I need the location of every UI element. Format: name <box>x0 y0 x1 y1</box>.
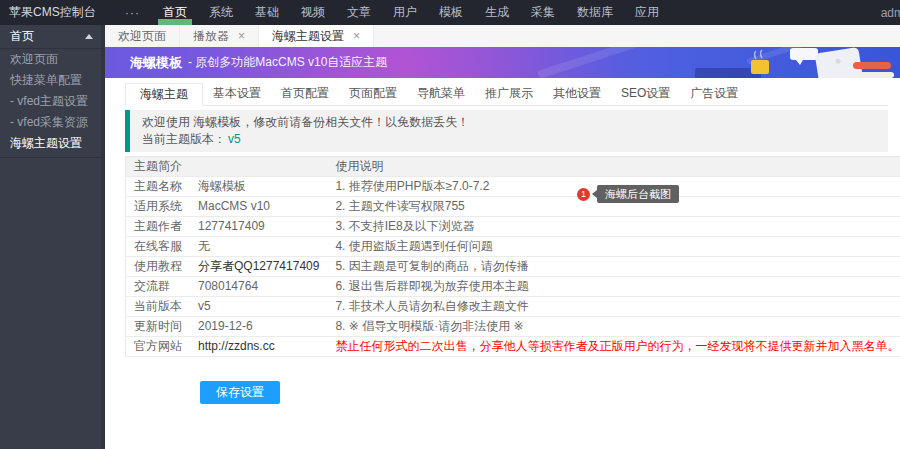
row-label: 交流群 <box>126 277 191 297</box>
backend-screenshot-link[interactable]: 海螺后台截图 <box>597 185 679 203</box>
sidebar-divider <box>0 157 105 158</box>
sidebar-item-welcome-page[interactable]: 欢迎页面 <box>0 49 105 70</box>
tab-basic-settings[interactable]: 基本设置 <box>203 83 271 105</box>
theme-settings-tabs: 海螺主题 基本设置 首页配置 页面配置 导航菜单 推广展示 其他设置 SEO设置… <box>125 83 888 106</box>
table-row: 交流群 708014764 6. 退出售后群即视为放弃使用本主题 <box>126 277 900 297</box>
row-value: 1277417409 <box>190 217 327 237</box>
sidebar-item-vfed-theme-settings[interactable]: - vfed主题设置 <box>0 91 105 112</box>
tab-promo-display[interactable]: 推广展示 <box>475 83 543 105</box>
tab-ad-settings[interactable]: 广告设置 <box>680 83 748 105</box>
row-value: 708014764 <box>190 277 327 297</box>
table-row: 适用系统 MacCMS v10 2. 主题文件读写权限755 <box>126 197 900 217</box>
row-note: 4. 使用盗版主题遇到任何问题 <box>327 237 900 257</box>
open-page-tabs: 欢迎页面 播放器 × 海螺主题设置 × <box>105 25 900 47</box>
close-icon[interactable]: × <box>353 30 360 42</box>
tab-other-settings[interactable]: 其他设置 <box>543 83 611 105</box>
tab-seo-settings[interactable]: SEO设置 <box>611 83 680 105</box>
row-label: 适用系统 <box>126 197 191 217</box>
table-row: 在线客服 无 4. 使用盗版主题遇到任何问题 <box>126 237 900 257</box>
row-label: 主题名称 <box>126 177 191 197</box>
table-row: 使用教程 分享者QQ1277417409 5. 因主题是可复制的商品，请勿传播 <box>126 257 900 277</box>
topnav-item-user[interactable]: 用户 <box>382 0 428 25</box>
sidebar-item-vfed-collect-res[interactable]: - vfed采集资源 <box>0 112 105 133</box>
topnav-item-generate[interactable]: 生成 <box>474 0 520 25</box>
page-tab-conch-theme[interactable]: 海螺主题设置 × <box>259 25 374 47</box>
topnav-item-app[interactable]: 应用 <box>624 0 670 25</box>
workspace-illustration <box>690 47 900 78</box>
row-note: 8. ※ 倡导文明模版·请勿非法使用 ※ <box>327 317 900 337</box>
page-tab-label: 播放器 <box>193 28 229 45</box>
backend-screenshot-tip: 1 海螺后台截图 <box>577 185 679 203</box>
row-label: 在线客服 <box>126 237 191 257</box>
row-value-website[interactable]: http://zzdns.cc <box>190 337 327 357</box>
row-label: 更新时间 <box>126 317 191 337</box>
user-account-label[interactable]: adm <box>881 6 900 20</box>
save-settings-button[interactable]: 保存设置 <box>200 381 280 404</box>
topnav-item-home[interactable]: 首页 <box>152 0 198 25</box>
row-value: 2019-12-6 <box>190 317 327 337</box>
version-value: v5 <box>228 132 241 146</box>
column-header-usage: 使用说明 <box>327 157 900 177</box>
banner-title: 海螺模板 <box>130 54 182 72</box>
row-label: 当前版本 <box>126 297 191 317</box>
row-value: MacCMS v10 <box>190 197 327 217</box>
sidebar: 首页 欢迎页面 快捷菜单配置 - vfed主题设置 - vfed采集资源 海螺主… <box>0 25 105 449</box>
topnav-item-basic[interactable]: 基础 <box>244 0 290 25</box>
topnav-item-database[interactable]: 数据库 <box>566 0 624 25</box>
table-row: 主题名称 海螺模板 1. 推荐使用PHP版本≥7.0-7.2 <box>126 177 900 197</box>
badge-icon: 1 <box>577 188 590 201</box>
tab-page-config[interactable]: 页面配置 <box>339 83 407 105</box>
app-title: 苹果CMS控制台 <box>0 4 113 21</box>
welcome-notice: 欢迎使用 海螺模板，修改前请备份相关文件！以免数据丢失！ 当前主题版本：v5 <box>125 110 888 152</box>
row-label: 使用教程 <box>126 257 191 277</box>
notice-line1: 欢迎使用 海螺模板，修改前请备份相关文件！以免数据丢失！ <box>142 114 876 131</box>
top-navigation: 首页 系统 基础 视频 文章 用户 模板 生成 采集 数据库 应用 <box>152 0 670 25</box>
top-bar: 苹果CMS控制台 ··· 首页 系统 基础 视频 文章 用户 模板 生成 采集 … <box>0 0 900 25</box>
topnav-item-collect[interactable]: 采集 <box>520 0 566 25</box>
table-row: 官方网站 http://zzdns.cc 禁止任何形式的二次出售，分享他人等损害… <box>126 337 900 357</box>
row-value: 分享者QQ1277417409 <box>190 257 327 277</box>
page-tab-welcome[interactable]: 欢迎页面 <box>105 25 180 47</box>
row-value: 无 <box>190 237 327 257</box>
tab-home-config[interactable]: 首页配置 <box>271 83 339 105</box>
row-label: 主题作者 <box>126 217 191 237</box>
topnav-item-video[interactable]: 视频 <box>290 0 336 25</box>
sidebar-item-quick-menu-config[interactable]: 快捷菜单配置 <box>0 70 105 91</box>
banner-streak <box>537 47 663 78</box>
row-note-warning: 禁止任何形式的二次出售，分享他人等损害作者及正版用户的行为，一经发现将不提供更新… <box>327 337 900 357</box>
sidebar-item-conch-theme-settings[interactable]: 海螺主题设置 <box>0 133 105 154</box>
tab-nav-menu[interactable]: 导航菜单 <box>407 83 475 105</box>
topnav-item-article[interactable]: 文章 <box>336 0 382 25</box>
topnav-item-system[interactable]: 系统 <box>198 0 244 25</box>
row-value: v5 <box>190 297 327 317</box>
row-label: 官方网站 <box>126 337 191 357</box>
more-menu-icon[interactable]: ··· <box>113 6 152 20</box>
page-tab-player[interactable]: 播放器 × <box>180 25 259 47</box>
row-value: 海螺模板 <box>190 177 327 197</box>
table-row: 当前版本 v5 7. 非技术人员请勿私自修改主题文件 <box>126 297 900 317</box>
version-label: 当前主题版本： <box>142 132 226 146</box>
row-note: 5. 因主题是可复制的商品，请勿传播 <box>327 257 900 277</box>
table-header-row: 主题简介 使用说明 <box>126 157 900 177</box>
sidebar-group-home[interactable]: 首页 <box>0 25 105 49</box>
page-tab-label: 海螺主题设置 <box>272 28 344 45</box>
row-note: 3. 不支持IE8及以下浏览器 <box>327 217 900 237</box>
banner-subtitle: - 原创多功能MacCMS v10自适应主题 <box>188 54 387 71</box>
page-tab-label: 欢迎页面 <box>118 28 166 45</box>
table-row: 主题作者 1277417409 3. 不支持IE8及以下浏览器 <box>126 217 900 237</box>
tab-conch-theme[interactable]: 海螺主题 <box>125 83 203 106</box>
theme-info-table: 主题简介 使用说明 主题名称 海螺模板 1. 推荐使用PHP版本≥7.0-7.2… <box>125 156 888 357</box>
theme-banner: 海螺模板 - 原创多功能MacCMS v10自适应主题 <box>105 47 900 78</box>
table-row: 更新时间 2019-12-6 8. ※ 倡导文明模版·请勿非法使用 ※ <box>126 317 900 337</box>
close-icon[interactable]: × <box>238 30 245 42</box>
sidebar-group-label: 首页 <box>10 28 34 45</box>
row-note: 6. 退出售后群即视为放弃使用本主题 <box>327 277 900 297</box>
row-note: 7. 非技术人员请勿私自修改主题文件 <box>327 297 900 317</box>
column-header-intro: 主题简介 <box>126 157 328 177</box>
topnav-item-template[interactable]: 模板 <box>428 0 474 25</box>
chevron-up-icon <box>85 34 93 39</box>
